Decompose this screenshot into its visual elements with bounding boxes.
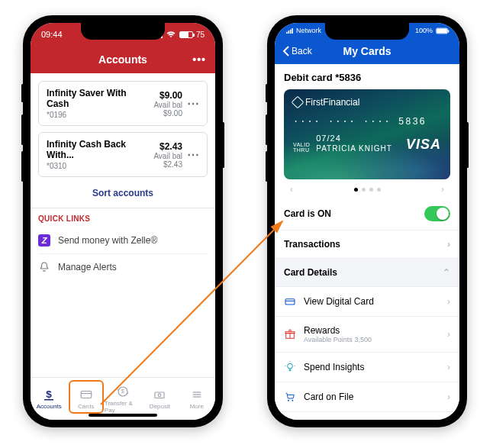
account-more-icon[interactable]: ⋯ xyxy=(187,152,199,158)
pager-dots xyxy=(354,188,381,192)
bell-icon xyxy=(38,261,50,273)
phone-left: 09:44 75 Accounts ••• Infinity Saver Wit… xyxy=(23,15,223,427)
tab-more[interactable]: More xyxy=(179,378,215,420)
menu-card-on-file[interactable]: Card on File › xyxy=(275,382,459,412)
svg-point-22 xyxy=(288,400,289,401)
svg-text:$: $ xyxy=(121,388,124,394)
quicklink-zelle[interactable]: Z Send money with Zelle® xyxy=(38,227,208,254)
chevron-right-icon: › xyxy=(447,239,450,250)
dollar-icon: $ xyxy=(41,388,56,401)
menu-icon xyxy=(189,388,205,401)
zelle-icon: Z xyxy=(38,234,50,247)
quicklink-label: Send money with Zelle® xyxy=(58,235,157,246)
card-pager: ‹ › xyxy=(284,179,450,198)
deposit-icon xyxy=(152,388,167,401)
svg-text:$: $ xyxy=(46,388,52,400)
valid-thru-label: VALIDTHRU xyxy=(293,142,310,153)
svg-point-7 xyxy=(159,394,162,397)
card-holder: PATRICIA KNIGHT xyxy=(316,144,406,153)
back-button[interactable]: Back xyxy=(282,46,312,56)
svg-rect-11 xyxy=(285,299,295,305)
svg-point-16 xyxy=(288,363,293,369)
bulb-icon xyxy=(284,361,296,373)
transfer-icon: $ xyxy=(115,385,130,398)
header-title: My Cards xyxy=(343,45,391,57)
menu-statements[interactable]: Statements › xyxy=(275,412,459,420)
credit-card[interactable]: FirstFinancial ···· ···· ···· 5836 VALID… xyxy=(284,89,450,179)
gift-icon xyxy=(284,328,296,340)
svg-point-23 xyxy=(292,400,293,401)
chevron-left-icon xyxy=(282,46,290,56)
quick-links-title: QUICK LINKS xyxy=(38,214,208,223)
menu-view-digital-card[interactable]: View Digital Card › xyxy=(275,287,459,317)
chevron-right-icon: › xyxy=(447,296,450,307)
carrier-label: Network xyxy=(296,27,321,34)
more-icon[interactable]: ••• xyxy=(192,53,206,66)
brand-icon xyxy=(292,96,304,109)
account-number: *0196 xyxy=(47,111,140,119)
account-balance: $2.43 xyxy=(141,141,182,152)
header: Back My Cards xyxy=(275,38,459,64)
account-row[interactable]: Infinity Cash Back With... *0310 $2.43 A… xyxy=(38,132,208,177)
card-on-toggle[interactable] xyxy=(424,206,450,221)
cart-icon xyxy=(284,391,296,403)
home-indicator xyxy=(89,414,157,417)
header-title: Accounts xyxy=(98,53,147,66)
card-expiry: 07/24 xyxy=(316,134,406,143)
quicklink-label: Manage Alerts xyxy=(58,262,117,272)
toggle-label: Card is ON xyxy=(284,208,331,219)
pager-next[interactable]: › xyxy=(441,184,444,195)
wifi-icon xyxy=(166,31,176,38)
account-name: Infinity Saver With Cash xyxy=(47,88,140,109)
tab-accounts[interactable]: $ Accounts xyxy=(31,378,67,420)
menu-rewards[interactable]: Rewards Available Points 3,500 › xyxy=(275,317,459,353)
card-title: Debit card *5836 xyxy=(275,64,459,89)
card-icon xyxy=(284,295,296,308)
chevron-right-icon: › xyxy=(447,329,450,340)
battery-pct: 75 xyxy=(196,31,205,39)
pager-prev[interactable]: ‹ xyxy=(290,184,293,195)
card-brand: FirstFinancial xyxy=(305,97,359,108)
menu-spend-insights[interactable]: Spend Insights › xyxy=(275,353,459,382)
chevron-right-icon: › xyxy=(447,362,450,372)
card-icon xyxy=(79,388,94,401)
chevron-up-icon: ⌃ xyxy=(443,267,450,278)
battery-icon xyxy=(436,27,447,34)
account-avail: Avail bal $9.00 xyxy=(140,101,182,118)
account-more-icon[interactable]: ⋯ xyxy=(187,101,199,107)
account-name: Infinity Cash Back With... xyxy=(47,139,141,160)
card-toggle-row: Card is ON xyxy=(275,198,459,230)
svg-rect-6 xyxy=(155,392,164,398)
visa-logo: VISA xyxy=(406,137,441,153)
signal-icon xyxy=(286,27,293,33)
card-number: ···· ···· ···· 5836 xyxy=(284,108,450,127)
battery-pct: 100% xyxy=(415,27,433,34)
account-balance: $9.00 xyxy=(140,90,182,101)
card-details-section[interactable]: Card Details ⌃ xyxy=(275,259,459,287)
account-number: *0310 xyxy=(47,162,141,170)
phone-right: Network 100% Back My Cards Debit card *5… xyxy=(267,15,467,427)
header: Accounts ••• xyxy=(31,46,215,73)
account-row[interactable]: Infinity Saver With Cash *0196 $9.00 Ava… xyxy=(38,81,208,126)
chevron-right-icon: › xyxy=(447,392,450,402)
status-time: 09:44 xyxy=(41,30,63,39)
transactions-row[interactable]: Transactions › xyxy=(275,230,459,259)
battery-icon xyxy=(179,31,193,38)
quicklink-alerts[interactable]: Manage Alerts xyxy=(38,254,208,280)
sort-accounts-link[interactable]: Sort accounts xyxy=(38,183,208,208)
svg-rect-2 xyxy=(81,392,92,398)
account-avail: Avail bal $2.43 xyxy=(141,152,182,169)
